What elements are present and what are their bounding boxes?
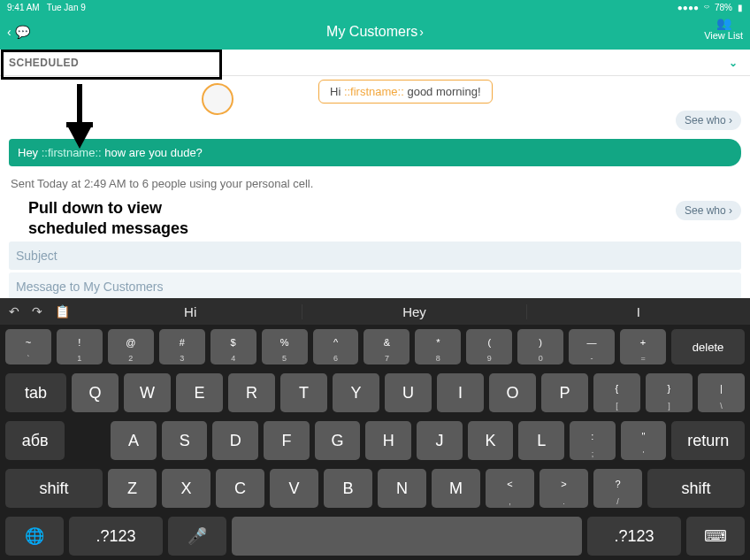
key-r[interactable]: R xyxy=(228,373,275,412)
key-x[interactable]: X xyxy=(162,469,210,508)
status-time: 9:41 AM xyxy=(7,3,40,12)
chat-icon: 💬 xyxy=(15,25,30,39)
wifi-icon: ⌔ xyxy=(704,3,709,12)
clipboard-icon[interactable]: 📋 xyxy=(55,304,70,318)
key-punct[interactable]: ?/ xyxy=(593,469,642,508)
view-list-button[interactable]: 👥 View List xyxy=(704,16,743,41)
key-3[interactable]: #3 xyxy=(159,329,205,364)
key-6[interactable]: ^6 xyxy=(313,329,359,364)
key-g[interactable]: G xyxy=(315,421,361,460)
key-n[interactable]: N xyxy=(378,469,426,508)
key-punct[interactable]: "' xyxy=(621,421,667,460)
key-t[interactable]: T xyxy=(280,373,327,412)
undo-icon[interactable]: ↶ xyxy=(9,304,19,318)
key-punct[interactable]: >. xyxy=(540,469,588,508)
status-bar: 9:41 AM Tue Jan 9 ●●●● ⌔ 78% ▮ xyxy=(0,0,750,14)
key-i[interactable]: I xyxy=(437,373,484,412)
key-1[interactable]: !1 xyxy=(57,329,103,364)
key-4[interactable]: $4 xyxy=(210,329,256,364)
key-0[interactable]: )0 xyxy=(517,329,563,364)
annotation-text: Pull down to view scheduled messages xyxy=(28,198,188,240)
key-tab[interactable]: tab xyxy=(5,373,66,412)
see-who-button[interactable]: See who › xyxy=(676,201,741,220)
keyboard: ↶ ↷ 📋 HiHeyI ~`!1@2#3$4%5^6&7*8(9)0—-+=d… xyxy=(0,298,750,560)
key-j[interactable]: J xyxy=(417,421,463,460)
key-altnum-left[interactable]: .?123 xyxy=(69,517,163,556)
chevron-left-icon: ‹ xyxy=(7,25,11,39)
keyboard-suggestion[interactable]: Hey xyxy=(302,304,525,319)
key-5[interactable]: %5 xyxy=(262,329,308,364)
key-`[interactable]: ~` xyxy=(5,329,51,364)
key-punct[interactable]: :; xyxy=(570,421,616,460)
key-o[interactable]: O xyxy=(489,373,536,412)
key-f[interactable]: F xyxy=(264,421,310,460)
key-shift-right[interactable]: shift xyxy=(647,469,745,508)
key-s[interactable]: S xyxy=(162,421,208,460)
key-2[interactable]: @2 xyxy=(108,329,154,364)
key-l[interactable]: L xyxy=(518,421,564,460)
scheduled-section[interactable]: SCHEDULED ⌄ xyxy=(0,50,750,76)
key-h[interactable]: H xyxy=(365,421,411,460)
keyboard-suggestion[interactable]: Hi xyxy=(79,304,302,319)
key-bracket[interactable]: |\ xyxy=(698,373,745,412)
chevron-right-icon: › xyxy=(419,25,424,39)
key-q[interactable]: Q xyxy=(72,373,119,412)
key-delete[interactable]: delete xyxy=(671,329,745,364)
annotation-line: Pull down to view xyxy=(28,198,188,219)
key-k[interactable]: K xyxy=(468,421,514,460)
key-lang[interactable]: абв xyxy=(5,421,65,460)
placeholder: Subject xyxy=(16,249,57,263)
header-title-button[interactable]: My Customers› xyxy=(326,24,424,40)
key-altnum-right[interactable]: .?123 xyxy=(587,517,681,556)
key-w[interactable]: W xyxy=(124,373,171,412)
header-title: My Customers xyxy=(326,24,417,39)
subject-input[interactable]: Subject xyxy=(9,242,741,270)
key-return[interactable]: return xyxy=(671,421,745,460)
key-y[interactable]: Y xyxy=(333,373,379,412)
app-header: ‹ 💬 My Customers› 👥 View List xyxy=(0,14,750,50)
message-bubble-sent: Hey ::firstname:: how are you dude? xyxy=(9,139,741,166)
key-d[interactable]: D xyxy=(212,421,258,460)
pull-indicator-icon xyxy=(202,83,233,115)
placeholder: Message to My Customers xyxy=(16,280,164,294)
key-bracket[interactable]: }] xyxy=(646,373,693,412)
see-who-button[interactable]: See who › xyxy=(676,111,741,130)
key-p[interactable]: P xyxy=(541,373,588,412)
key-space[interactable] xyxy=(232,517,582,556)
key-z[interactable]: Z xyxy=(108,469,157,508)
key-b[interactable]: B xyxy=(324,469,372,508)
key-e[interactable]: E xyxy=(176,373,223,412)
keyboard-suggestion[interactable]: I xyxy=(526,304,750,319)
chevron-down-icon: ⌄ xyxy=(729,57,739,69)
key-punct[interactable]: <, xyxy=(486,469,534,508)
message-input[interactable]: Message to My Customers xyxy=(9,272,741,301)
key-bracket[interactable]: {[ xyxy=(593,373,640,412)
key-7[interactable]: &7 xyxy=(364,329,409,364)
key-9[interactable]: (9 xyxy=(466,329,512,364)
key--[interactable]: —- xyxy=(569,329,615,364)
key-=[interactable]: += xyxy=(620,329,666,364)
back-button[interactable]: ‹ 💬 xyxy=(7,25,30,39)
key-mic[interactable]: 🎤 xyxy=(168,517,226,556)
key-v[interactable]: V xyxy=(270,469,318,508)
key-c[interactable]: C xyxy=(216,469,264,508)
key-8[interactable]: *8 xyxy=(415,329,461,364)
scheduled-label: SCHEDULED xyxy=(9,57,79,69)
bubble-text: good morning! xyxy=(404,85,481,98)
key-globe[interactable]: 🌐 xyxy=(5,517,64,556)
firstname-token: ::firstname:: xyxy=(344,85,404,98)
bubble-text: Hey xyxy=(18,146,42,159)
battery-icon: ▮ xyxy=(738,3,743,12)
key-a[interactable]: A xyxy=(111,421,157,460)
key-u[interactable]: U xyxy=(385,373,432,412)
sent-meta: Sent Today at 2:49 AM to 6 people using … xyxy=(0,170,750,197)
key-m[interactable]: M xyxy=(432,469,480,508)
status-date: Tue Jan 9 xyxy=(47,3,86,12)
annotation-line: scheduled messages xyxy=(28,219,188,239)
bubble-text: Hi xyxy=(330,85,344,98)
signal-icon: ●●●● xyxy=(677,3,699,12)
redo-icon[interactable]: ↷ xyxy=(32,304,42,318)
key-shift-left[interactable]: shift xyxy=(5,469,103,508)
key-hide-keyboard[interactable]: ⌨ xyxy=(686,517,745,556)
svg-rect-2 xyxy=(66,122,93,127)
